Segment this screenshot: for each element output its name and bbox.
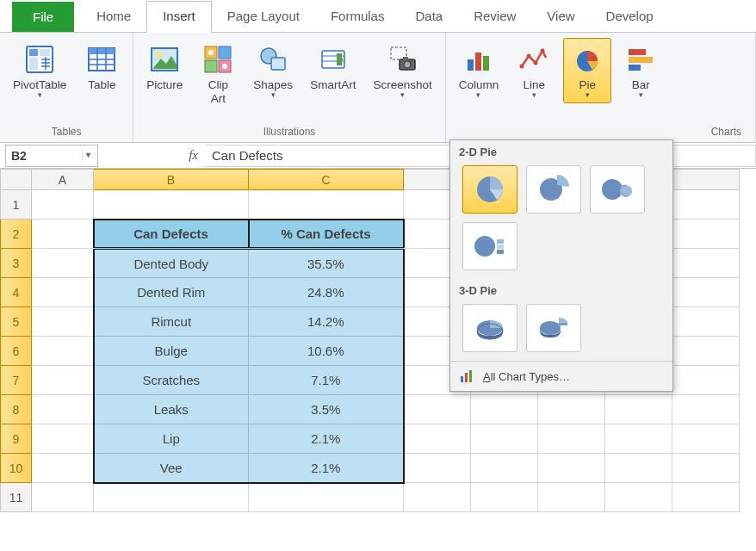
cell[interactable]	[672, 395, 740, 424]
select-all-corner[interactable]	[1, 170, 32, 190]
cell[interactable]	[32, 190, 94, 220]
tab-developer[interactable]: Develop	[591, 2, 669, 32]
bar-chart-button[interactable]: Bar ▾	[617, 38, 665, 103]
data-cell[interactable]: Rimcut	[94, 307, 249, 337]
data-header-1[interactable]: Can Defects	[94, 220, 249, 249]
line-chart-button[interactable]: Line ▾	[510, 38, 558, 103]
tab-formulas[interactable]: Formulas	[315, 2, 400, 32]
picture-button[interactable]: Picture	[140, 38, 189, 96]
data-cell[interactable]: Vee	[94, 454, 249, 483]
cell[interactable]	[32, 249, 94, 278]
pie-2d-option-2[interactable]	[526, 165, 581, 214]
tab-review[interactable]: Review	[458, 2, 531, 32]
data-cell[interactable]: 14.2%	[249, 307, 404, 337]
data-cell[interactable]: 35.5%	[249, 249, 404, 278]
cell[interactable]	[471, 483, 538, 512]
cell[interactable]	[249, 483, 404, 512]
cell[interactable]	[605, 454, 672, 483]
col-header-h[interactable]	[672, 170, 740, 190]
data-cell[interactable]: 10.6%	[249, 337, 404, 366]
row-header-5[interactable]: 5	[1, 307, 32, 337]
cell[interactable]	[32, 483, 94, 512]
cell[interactable]	[94, 483, 249, 512]
cell[interactable]	[32, 307, 94, 337]
tab-file[interactable]: File	[12, 2, 74, 32]
cell[interactable]	[538, 424, 605, 454]
tab-insert[interactable]: Insert	[146, 1, 212, 33]
cell[interactable]	[404, 454, 471, 483]
cell[interactable]	[538, 395, 605, 424]
data-cell[interactable]: 2.1%	[249, 424, 404, 454]
cell[interactable]	[32, 424, 94, 454]
data-cell[interactable]: Dented Body	[94, 249, 249, 278]
fx-icon[interactable]: fx	[182, 148, 205, 163]
cell[interactable]	[32, 366, 94, 395]
table-button[interactable]: Table	[77, 38, 126, 96]
data-cell[interactable]: Scratches	[94, 366, 249, 395]
tab-home[interactable]: Home	[81, 2, 146, 32]
pie-2d-option-4[interactable]	[462, 222, 517, 270]
cell[interactable]	[672, 366, 740, 395]
name-box[interactable]: B2 ▾	[5, 145, 98, 167]
row-header-6[interactable]: 6	[1, 337, 32, 366]
pie-chart-button[interactable]: Pie ▾	[563, 38, 611, 103]
smartart-button[interactable]: SmartArt	[304, 38, 362, 96]
cell[interactable]	[605, 395, 672, 424]
row-header-10[interactable]: 10	[1, 454, 32, 483]
col-header-b[interactable]: B	[94, 170, 249, 190]
row-header-7[interactable]: 7	[1, 366, 32, 395]
row-header-3[interactable]: 3	[1, 249, 32, 278]
pie-3d-option-2[interactable]	[526, 304, 581, 352]
column-chart-button[interactable]: Column ▾	[453, 38, 505, 103]
cell[interactable]	[605, 483, 672, 512]
cell[interactable]	[32, 278, 94, 307]
cell[interactable]	[672, 249, 740, 278]
cell[interactable]	[672, 278, 740, 307]
cell[interactable]	[672, 483, 740, 512]
cell[interactable]	[672, 337, 740, 366]
data-cell[interactable]: Leaks	[94, 395, 249, 424]
pie-2d-option-1[interactable]	[462, 165, 517, 214]
cell[interactable]	[538, 483, 605, 512]
data-cell[interactable]: 2.1%	[249, 454, 404, 483]
all-chart-types-button[interactable]: AAll Chart Types…ll Chart Types…	[450, 361, 672, 391]
chevron-down-icon[interactable]: ▾	[82, 150, 94, 162]
cell[interactable]	[538, 454, 605, 483]
data-cell[interactable]: 7.1%	[249, 366, 404, 395]
tab-view[interactable]: View	[531, 2, 590, 32]
tab-page-layout[interactable]: Page Layout	[212, 2, 315, 32]
data-cell[interactable]: Lip	[94, 424, 249, 454]
cell[interactable]	[471, 424, 538, 454]
cell[interactable]	[672, 220, 740, 249]
data-cell[interactable]: Bulge	[94, 337, 249, 366]
cell[interactable]	[672, 307, 740, 337]
cell[interactable]	[32, 454, 94, 483]
cell[interactable]	[404, 483, 471, 512]
cell[interactable]	[249, 190, 404, 220]
clip-art-button[interactable]: ClipArt	[194, 38, 242, 109]
tab-data[interactable]: Data	[400, 2, 458, 32]
data-header-2[interactable]: % Can Defects	[249, 220, 404, 249]
row-header-11[interactable]: 11	[1, 483, 32, 512]
col-header-a[interactable]: A	[32, 170, 94, 190]
pivottable-button[interactable]: PivotTable ▾	[7, 38, 72, 103]
cell[interactable]	[672, 190, 740, 220]
cell[interactable]	[471, 454, 538, 483]
shapes-button[interactable]: Shapes ▾	[247, 38, 299, 103]
data-cell[interactable]: 24.8%	[249, 278, 404, 307]
pie-3d-option-1[interactable]	[462, 304, 517, 352]
cell[interactable]	[672, 454, 740, 483]
row-header-4[interactable]: 4	[1, 278, 32, 307]
row-header-8[interactable]: 8	[1, 395, 32, 424]
cell[interactable]	[94, 190, 249, 220]
row-header-9[interactable]: 9	[1, 424, 32, 454]
row-header-2[interactable]: 2	[1, 220, 32, 249]
cell[interactable]	[404, 424, 471, 454]
data-cell[interactable]: 3.5%	[249, 395, 404, 424]
cell[interactable]	[605, 424, 672, 454]
cell[interactable]	[471, 395, 538, 424]
cell[interactable]	[32, 395, 94, 424]
cell[interactable]	[672, 424, 740, 454]
data-cell[interactable]: Dented Rim	[94, 278, 249, 307]
cell[interactable]	[32, 337, 94, 366]
